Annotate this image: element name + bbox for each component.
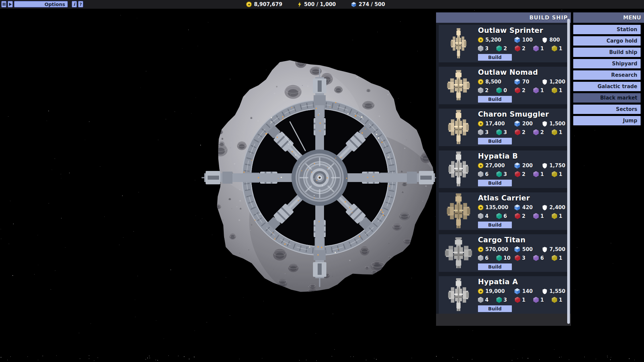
hex-resource-icon (478, 46, 483, 52)
scrollbar-thumb[interactable] (567, 19, 570, 324)
hex-resource-icon (478, 171, 483, 177)
build-button[interactable]: Build (478, 138, 512, 144)
build-button[interactable]: Build (478, 96, 512, 103)
build-button[interactable]: Build (478, 180, 512, 186)
hex-resource-icon (496, 297, 502, 303)
menu-item-station[interactable]: Station (573, 25, 641, 34)
options-button[interactable]: Options (14, 1, 68, 7)
resource-cost: 2 (515, 46, 533, 52)
hex-resource-icon (515, 255, 520, 261)
menu-item-shipyard[interactable]: Shipyard (573, 59, 641, 68)
cube-icon (514, 204, 520, 211)
resource-cost: 2 (515, 213, 533, 219)
build-ship-header: BUILD SHIP (436, 12, 571, 23)
resource-cost: 2 (533, 129, 552, 135)
resource-costs: 63211 (478, 171, 570, 177)
ship-cargo-capacity: 140 (514, 288, 542, 295)
ship-cargo-capacity: 70 (514, 78, 542, 85)
ship-sprite (439, 234, 478, 272)
ship-sprite (439, 192, 478, 230)
coin-icon (478, 37, 483, 43)
cube-icon (514, 78, 520, 85)
hex-resource-icon (552, 171, 557, 177)
ship-shield: 1,550 (542, 288, 570, 295)
cube-icon (514, 37, 520, 43)
resource-cost: 3 (496, 171, 515, 177)
hex-resource-icon (478, 129, 483, 135)
menu-item-cargo-hold[interactable]: Cargo hold (573, 36, 641, 46)
hex-resource-icon (533, 171, 539, 177)
resource-costs: 32211 (478, 45, 570, 52)
hex-resource-icon (496, 255, 502, 261)
pause-button[interactable] (1, 1, 6, 7)
ship-cargo-capacity: 100 (514, 37, 542, 43)
build-button[interactable]: Build (478, 263, 512, 270)
ship-shield: 1,200 (542, 79, 570, 85)
ship-card: Outlaw Nomad 8,500 70 1,200 20211 Build (439, 67, 568, 104)
ship-shield: 800 (542, 37, 570, 43)
help-button[interactable]: ? (78, 1, 83, 7)
resource-cost: 6 (496, 213, 515, 219)
ship-sprite (439, 276, 478, 314)
build-button[interactable]: Build (478, 222, 512, 228)
menu-item-build-ship[interactable]: Build ship (573, 48, 641, 57)
asteroid-station[interactable] (202, 53, 438, 302)
hex-resource-icon (496, 87, 502, 94)
build-button[interactable]: Build (478, 305, 512, 312)
menu-item-sectors[interactable]: Sectors (573, 105, 641, 114)
shield-icon (542, 121, 547, 127)
hex-resource-icon (552, 46, 557, 52)
cube-icon (514, 246, 520, 253)
info-button[interactable]: i (72, 1, 77, 7)
ship-cost-credits: 570,000 (478, 246, 514, 252)
energy-value: 500 / 1,000 (304, 1, 336, 7)
hex-resource-icon (496, 213, 502, 219)
resource-cost: 10 (496, 255, 515, 261)
resource-cost: 2 (496, 46, 515, 52)
ship-card: Hypatia B 27,000 200 1,750 63211 Build (439, 150, 568, 188)
cargo-display: 274 / 500 (351, 1, 385, 7)
menu-item-galactic-trade[interactable]: Galactic trade (573, 82, 641, 91)
cargo-value: 274 / 500 (359, 1, 385, 7)
resource-cost: 2 (515, 171, 533, 177)
build-ship-panel: BUILD SHIP Outlaw Sprinter 5,200 100 800 (436, 12, 571, 326)
hex-resource-icon (552, 213, 557, 219)
menu-item-black-market[interactable]: Black market (573, 93, 641, 103)
hex-resource-icon (515, 171, 520, 177)
menu-item-jump[interactable]: Jump (573, 116, 641, 125)
resource-cost: 3 (478, 46, 496, 52)
ship-name: Atlas Carrier (478, 194, 570, 202)
ship-shield: 1,500 (542, 121, 570, 127)
coin-icon (478, 289, 483, 294)
play-button[interactable] (8, 1, 13, 7)
cube-icon (514, 288, 520, 295)
ship-cost-credits: 19,000 (478, 288, 514, 294)
ship-name: Charon Smuggler (478, 110, 570, 119)
ship-sprite (439, 150, 478, 188)
ship-sprite (439, 109, 478, 146)
hex-resource-icon (478, 87, 483, 94)
hex-resource-icon (478, 255, 483, 261)
ship-cargo-capacity: 200 (514, 120, 542, 127)
ship-name: Cargo Titan (478, 236, 570, 244)
resource-cost: 0 (496, 87, 515, 94)
ship-card: Cargo Titan 570,000 500 7,500 610361 Bui… (439, 234, 568, 272)
panel-footer (436, 314, 571, 326)
resource-costs: 610361 (478, 255, 570, 261)
resource-cost: 1 (533, 87, 552, 94)
credits-value: 8,907,679 (254, 1, 282, 7)
hex-resource-icon (533, 87, 539, 94)
ship-shield: 7,500 (542, 246, 570, 253)
hex-resource-icon (533, 213, 539, 219)
credits-display: 8,907,679 (246, 1, 282, 7)
build-button[interactable]: Build (478, 54, 512, 61)
resource-cost: 4 (478, 297, 496, 303)
menu-item-research[interactable]: Research (573, 70, 641, 80)
ship-shield: 2,400 (542, 204, 570, 211)
resource-cost: 1 (533, 213, 552, 219)
resource-costs: 33221 (478, 129, 570, 135)
coin-icon (478, 79, 483, 84)
hex-resource-icon (496, 46, 502, 52)
hex-resource-icon (533, 46, 539, 52)
ship-cost-credits: 135,000 (478, 204, 514, 210)
